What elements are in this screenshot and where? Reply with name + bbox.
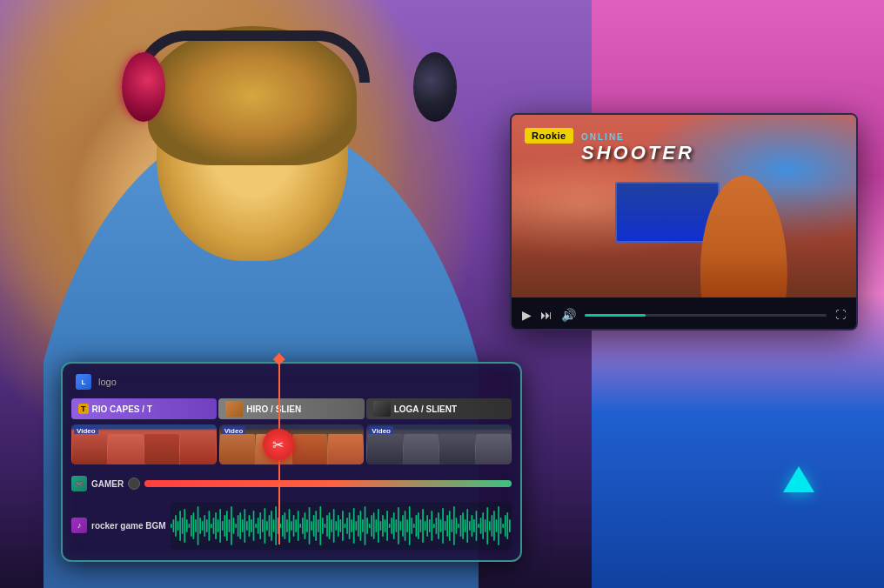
svg-rect-125	[448, 511, 450, 541]
svg-rect-57	[297, 511, 298, 541]
cut-tool-button[interactable]: ✂	[263, 429, 294, 460]
svg-rect-12	[197, 506, 198, 545]
svg-rect-132	[464, 519, 465, 532]
game-title-overlay: ONLINE SHOOTER	[581, 132, 694, 164]
svg-rect-72	[331, 519, 332, 532]
svg-rect-42	[264, 508, 265, 544]
svg-rect-4	[179, 511, 181, 541]
svg-rect-36	[251, 519, 252, 532]
svg-rect-124	[446, 515, 448, 537]
svg-rect-33	[244, 509, 245, 543]
svg-rect-19	[212, 518, 214, 534]
svg-rect-130	[459, 515, 461, 537]
svg-rect-61	[306, 519, 308, 532]
svg-rect-78	[344, 524, 345, 528]
svg-rect-116	[428, 519, 430, 532]
svg-rect-146	[495, 519, 497, 532]
logo-track-icon: L	[76, 374, 91, 390]
svg-rect-101	[395, 519, 397, 532]
svg-rect-143	[489, 521, 491, 531]
svg-rect-97	[386, 511, 388, 541]
svg-rect-40	[259, 512, 261, 539]
video-controls-bar[interactable]: ▶ ⏭ 🔊 ⛶	[512, 297, 856, 331]
svg-rect-62	[308, 507, 310, 545]
gamer-audio-bar	[144, 480, 512, 487]
svg-rect-64	[312, 515, 314, 537]
volume-button[interactable]: 🔊	[561, 308, 576, 322]
title-clip-3[interactable]: LOGA / SLIENT	[366, 398, 512, 419]
svg-rect-114	[424, 521, 425, 531]
svg-rect-18	[211, 524, 212, 528]
svg-rect-65	[315, 511, 317, 541]
svg-rect-13	[199, 518, 201, 534]
title-clip-1-label: RIO CAPES / T	[92, 404, 152, 414]
rookie-badge: Rookie	[525, 128, 573, 144]
title-clip-3-label: LOGA / SLIENT	[394, 404, 457, 414]
svg-rect-23	[221, 521, 223, 531]
title-clips-row: T RIO CAPES / T HIRO / SLIEN LOGA / SLIE…	[71, 398, 512, 419]
svg-rect-104	[402, 515, 404, 537]
svg-rect-60	[304, 512, 305, 539]
svg-rect-16	[206, 519, 208, 532]
svg-rect-141	[484, 519, 486, 532]
svg-rect-43	[266, 521, 268, 531]
fullscreen-button[interactable]: ⛶	[835, 309, 846, 321]
headphone-left	[122, 52, 165, 122]
video-content: Rookie ONLINE SHOOTER	[512, 115, 856, 297]
svg-rect-24	[224, 515, 225, 537]
svg-rect-144	[491, 515, 492, 537]
svg-rect-118	[433, 524, 435, 528]
svg-rect-32	[241, 519, 243, 532]
svg-rect-76	[339, 519, 341, 532]
cursor-triangle-icon	[783, 466, 814, 492]
svg-rect-66	[317, 519, 318, 532]
svg-rect-111	[418, 512, 419, 539]
svg-rect-113	[422, 509, 424, 543]
svg-rect-122	[442, 508, 444, 544]
svg-rect-2	[175, 515, 177, 537]
svg-rect-21	[217, 519, 218, 532]
title-clip-2[interactable]: HIRO / SLIEN	[218, 398, 364, 419]
svg-rect-35	[248, 515, 250, 537]
svg-rect-108	[411, 518, 412, 534]
svg-rect-14	[201, 521, 203, 531]
svg-rect-75	[338, 515, 339, 537]
title-clip-2-label: HIRO / SLIEN	[246, 404, 301, 414]
svg-rect-22	[219, 509, 221, 543]
svg-rect-67	[319, 506, 321, 545]
title-clip-1[interactable]: T RIO CAPES / T	[71, 398, 217, 419]
svg-rect-98	[388, 524, 390, 528]
next-button[interactable]: ⏭	[540, 308, 552, 322]
play-button[interactable]: ▶	[522, 308, 532, 322]
svg-rect-91	[372, 512, 374, 539]
audio-circle-btn[interactable]	[128, 478, 140, 490]
svg-rect-140	[482, 512, 484, 539]
svg-rect-136	[473, 519, 475, 532]
online-text: ONLINE	[581, 132, 694, 142]
svg-rect-128	[455, 518, 457, 534]
svg-rect-103	[399, 521, 401, 531]
video-segment-3[interactable]: Video	[366, 424, 512, 464]
logo-track-label: logo	[98, 377, 117, 387]
svg-rect-77	[342, 511, 344, 541]
svg-rect-84	[358, 515, 359, 537]
svg-rect-0	[171, 524, 172, 528]
clip-thumbnail-1	[225, 401, 243, 417]
svg-rect-5	[181, 518, 183, 534]
svg-rect-46	[272, 519, 274, 532]
svg-rect-73	[332, 509, 334, 543]
svg-rect-70	[326, 515, 328, 537]
svg-rect-55	[292, 515, 294, 537]
svg-rect-88	[366, 518, 368, 534]
svg-rect-152	[509, 519, 511, 532]
svg-rect-134	[469, 521, 471, 531]
svg-rect-51	[284, 512, 285, 539]
svg-rect-34	[246, 521, 248, 531]
progress-bar[interactable]	[585, 314, 827, 317]
svg-rect-59	[302, 518, 304, 534]
video-segment-1[interactable]: Video	[71, 424, 217, 464]
svg-rect-90	[371, 515, 372, 537]
text-icon: T	[78, 404, 89, 414]
svg-rect-17	[208, 511, 210, 541]
svg-rect-94	[379, 521, 381, 531]
